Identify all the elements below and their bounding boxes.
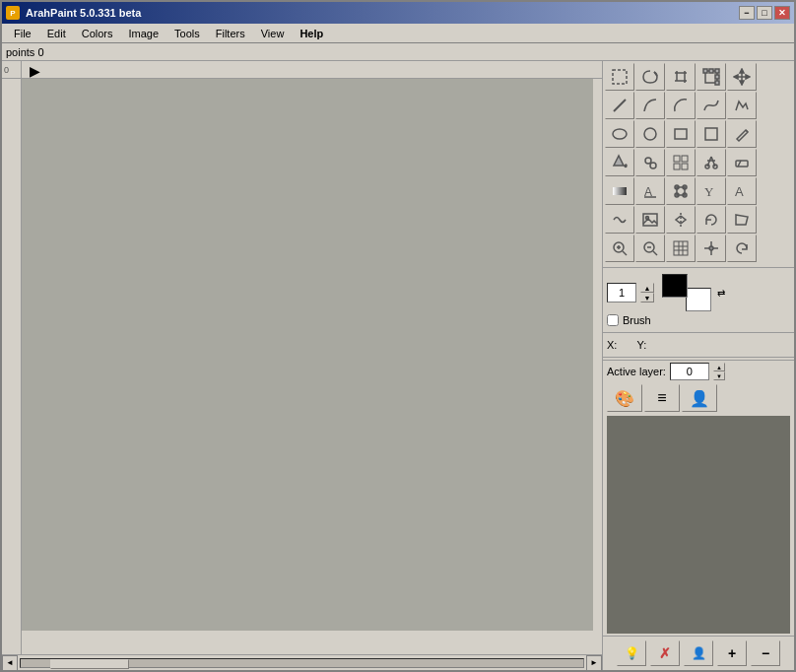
tool-bezier-curve[interactable] [635,92,665,119]
layer-preview [607,416,790,634]
tool-curve[interactable] [696,92,726,119]
tool-image[interactable] [635,206,665,234]
tool-clone[interactable] [635,149,665,176]
svg-rect-52 [674,241,688,255]
tool-redo[interactable] [727,235,757,262]
tool-line[interactable] [605,92,634,119]
svg-point-18 [644,128,656,140]
svg-point-22 [645,158,651,164]
tool-pattern[interactable] [666,149,696,176]
toolbar-row-6 [605,206,792,234]
svg-rect-11 [715,81,719,85]
svg-rect-19 [675,129,687,139]
scroll-left-button[interactable]: ◄ [2,655,18,671]
layer-add-user-button[interactable]: 👤 [684,640,713,666]
ruler-corner-zero: 0 [4,65,9,75]
tool-text-stamp[interactable]: A [635,177,665,205]
layer-move-down-button[interactable]: − [751,640,780,666]
layer-num-up[interactable]: ▲ [713,363,725,371]
app-icon: P [6,6,20,20]
svg-rect-25 [682,156,688,162]
brush-size-value[interactable]: 1 [607,283,636,302]
fg-color-box[interactable] [662,274,688,298]
menu-filters[interactable]: Filters [208,26,253,41]
menu-help[interactable]: Help [292,26,331,41]
bg-color-box[interactable] [686,288,711,311]
ruler-corner: 0 [2,61,22,79]
title-bar: P ArahPaint 5.0.331 beta − □ ✕ [2,2,794,24]
tool-rect[interactable] [666,120,696,148]
menu-view[interactable]: View [253,26,293,41]
layer-num-down[interactable]: ▼ [713,371,725,380]
menu-file[interactable]: File [6,26,39,41]
tool-warp[interactable] [605,206,634,234]
layer-number-value[interactable]: 0 [670,363,709,380]
tool-gradient[interactable] [605,177,634,205]
toolbar-panel: A Y A [603,61,794,265]
tool-text[interactable]: A [727,177,757,205]
tool-ellipse[interactable] [605,120,634,148]
tool-distort[interactable] [727,206,757,234]
svg-marker-12 [740,69,744,73]
tool-fill[interactable] [605,149,634,176]
layer-visible-button[interactable]: 💡 [617,640,646,666]
tool-lasso[interactable] [635,63,665,91]
menu-edit[interactable]: Edit [39,26,74,41]
canvas-viewport[interactable] [22,79,593,631]
tool-circle[interactable] [635,120,665,148]
layer-delete-button[interactable]: ✗ [650,640,680,666]
tool-arc[interactable] [666,92,696,119]
layer-tab-layers[interactable]: ≡ [644,384,680,412]
tool-move[interactable] [727,63,757,91]
svg-text:Y: Y [704,184,714,199]
tool-square[interactable] [696,120,726,148]
maximize-button[interactable]: □ [757,6,772,20]
color-swap-button[interactable]: ⇄ [717,288,725,299]
close-button[interactable]: ✕ [774,6,790,20]
scroll-track-h[interactable] [20,658,584,668]
divider-2 [603,332,794,333]
svg-line-16 [614,100,626,111]
tool-transform[interactable] [696,63,726,91]
tool-pencil[interactable] [727,120,757,148]
tool-crop[interactable] [666,63,696,91]
tool-vector-text[interactable]: Y [696,177,726,205]
menu-image[interactable]: Image [121,26,167,41]
tool-grid[interactable] [666,235,696,262]
layer-tab-paint[interactable]: 🎨 [607,384,642,412]
canvas-container[interactable] [22,79,602,654]
tool-symmetry[interactable] [666,206,696,234]
scroll-right-button[interactable]: ► [586,655,602,671]
tool-rotate[interactable] [696,206,726,234]
ruler-vertical [2,79,22,654]
svg-rect-20 [705,128,717,140]
tool-path[interactable] [727,92,757,119]
menu-colors[interactable]: Colors [74,26,121,41]
right-panel: A Y A [602,61,794,670]
tool-erase[interactable] [727,149,757,176]
tool-cut[interactable] [696,149,726,176]
tool-selection[interactable] [605,63,634,91]
svg-rect-0 [613,70,627,84]
layer-tab-user[interactable]: 👤 [682,384,717,412]
toolbar-row-5: A Y A [605,177,792,205]
scroll-thumb-h[interactable] [50,659,129,669]
brush-checkbox[interactable] [607,314,619,326]
svg-point-23 [650,163,656,168]
tool-pan[interactable] [696,235,726,262]
minimize-button[interactable]: − [739,6,755,20]
svg-point-17 [613,129,627,139]
svg-line-21 [746,130,748,132]
cursor-indicator: ▶ [30,63,40,79]
tool-zoom-out[interactable] [635,235,665,262]
tool-zoom-in[interactable] [605,235,634,262]
scrollbar-horizontal[interactable]: ◄ ► [2,654,602,670]
layer-move-up-button[interactable]: + [717,640,747,666]
toolbar-row-4 [605,149,792,176]
tool-node[interactable] [666,177,696,205]
brush-size-down[interactable]: ▼ [640,293,654,302]
menu-tools[interactable]: Tools [166,26,208,41]
x-label: X: [607,339,617,351]
brush-size-up[interactable]: ▲ [640,283,654,293]
app-window: P ArahPaint 5.0.331 beta − □ ✕ File Edit… [0,0,796,672]
